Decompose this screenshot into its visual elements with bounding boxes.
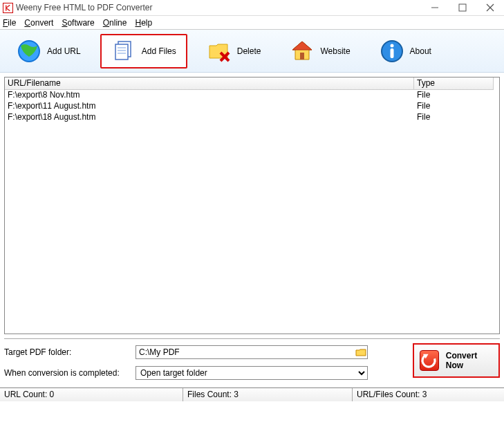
cell-type: File	[414, 112, 494, 123]
list-item[interactable]: F:\export\18 August.htm File	[5, 112, 499, 123]
cell-url: F:\export\8 Nov.htm	[5, 90, 414, 101]
add-url-button[interactable]: Add URL	[7, 34, 91, 69]
folder-delete-icon	[207, 39, 232, 64]
minimize-button[interactable]	[421, 0, 449, 15]
convert-now-button[interactable]: Convert Now	[413, 343, 500, 378]
menu-convert[interactable]: Convert	[24, 18, 53, 28]
status-bar: URL Count: 0 Files Count: 3 URL/Files Co…	[0, 387, 504, 401]
col-type[interactable]: Type	[414, 77, 494, 90]
target-folder-input[interactable]	[136, 345, 368, 359]
menu-online[interactable]: Online	[103, 18, 127, 28]
svg-rect-18	[390, 48, 393, 58]
maximize-button[interactable]	[449, 0, 476, 15]
file-list-header: URL/Filename Type	[5, 77, 499, 90]
svg-point-17	[390, 44, 393, 47]
about-label: About	[410, 46, 431, 56]
bottom-panel: Target PDF folder: When conversion is co…	[0, 343, 504, 387]
files-icon	[111, 39, 136, 64]
list-item[interactable]: F:\export\11 August.htm File	[5, 101, 499, 112]
website-label: Website	[320, 46, 350, 56]
svg-rect-7	[115, 44, 128, 60]
menu-help[interactable]: Help	[135, 18, 152, 28]
browse-folder-icon[interactable]	[355, 347, 366, 358]
target-folder-label: Target PDF folder:	[4, 347, 136, 357]
app-icon	[3, 3, 13, 13]
list-item[interactable]: F:\export\8 Nov.htm File	[5, 90, 499, 101]
status-files: Files Count: 3	[183, 388, 353, 401]
about-button[interactable]: About	[370, 34, 441, 69]
add-url-label: Add URL	[47, 46, 81, 56]
svg-rect-1	[459, 4, 466, 11]
window-title: Weeny Free HTML to PDF Converter	[16, 3, 421, 12]
cell-type: File	[414, 90, 494, 101]
svg-rect-15	[300, 53, 304, 60]
cell-type: File	[414, 101, 494, 112]
globe-icon	[17, 39, 41, 64]
menu-bar: File Convert Software Online Help	[0, 16, 504, 30]
separator	[4, 338, 500, 339]
completion-label: When conversion is completed:	[4, 368, 136, 378]
cell-url: F:\export\11 August.htm	[5, 101, 414, 112]
website-button[interactable]: Website	[280, 34, 360, 69]
svg-marker-14	[292, 42, 312, 50]
convert-icon	[420, 350, 439, 371]
status-urls: URL Count: 0	[0, 388, 183, 401]
info-icon	[380, 39, 404, 64]
home-icon	[290, 39, 315, 64]
delete-button[interactable]: Delete	[197, 34, 271, 69]
status-total: URL/Files Count: 3	[353, 388, 504, 401]
title-bar: Weeny Free HTML to PDF Converter	[0, 0, 504, 16]
delete-label: Delete	[237, 46, 261, 56]
menu-software[interactable]: Software	[62, 18, 94, 28]
add-files-label: Add Files	[142, 46, 176, 56]
col-url[interactable]: URL/Filename	[5, 77, 414, 90]
menu-file[interactable]: File	[3, 18, 16, 28]
close-button[interactable]	[476, 0, 504, 15]
completion-select[interactable]: Open target folder	[136, 366, 368, 380]
file-list[interactable]: URL/Filename Type F:\export\8 Nov.htm Fi…	[4, 77, 500, 334]
add-files-button[interactable]: Add Files	[100, 34, 187, 69]
convert-now-label: Convert Now	[446, 351, 493, 370]
cell-url: F:\export\18 August.htm	[5, 112, 414, 123]
toolbar: Add URL Add Files Delete Website About	[0, 30, 504, 73]
